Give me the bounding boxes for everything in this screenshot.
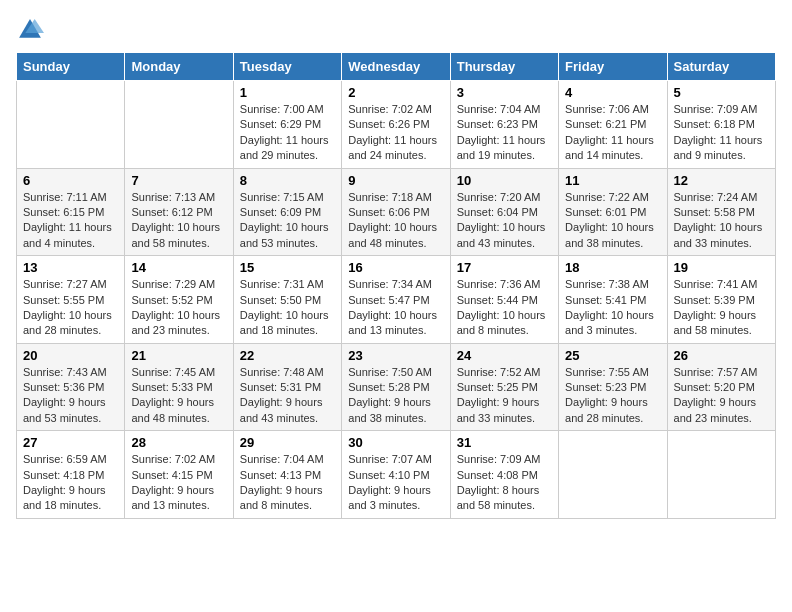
day-info: Sunrise: 7:24 AMSunset: 5:58 PMDaylight:… xyxy=(674,190,769,252)
day-number: 23 xyxy=(348,348,443,363)
day-info: Sunrise: 7:22 AMSunset: 6:01 PMDaylight:… xyxy=(565,190,660,252)
col-header-monday: Monday xyxy=(125,53,233,81)
day-number: 18 xyxy=(565,260,660,275)
day-info: Sunrise: 7:04 AMSunset: 4:13 PMDaylight:… xyxy=(240,452,335,514)
day-number: 1 xyxy=(240,85,335,100)
week-row-5: 27Sunrise: 6:59 AMSunset: 4:18 PMDayligh… xyxy=(17,431,776,519)
day-number: 22 xyxy=(240,348,335,363)
day-info: Sunrise: 7:36 AMSunset: 5:44 PMDaylight:… xyxy=(457,277,552,339)
day-cell: 1Sunrise: 7:00 AMSunset: 6:29 PMDaylight… xyxy=(233,81,341,169)
page-header xyxy=(16,16,776,44)
day-cell: 13Sunrise: 7:27 AMSunset: 5:55 PMDayligh… xyxy=(17,256,125,344)
day-info: Sunrise: 7:48 AMSunset: 5:31 PMDaylight:… xyxy=(240,365,335,427)
day-info: Sunrise: 7:18 AMSunset: 6:06 PMDaylight:… xyxy=(348,190,443,252)
col-header-saturday: Saturday xyxy=(667,53,775,81)
day-cell: 30Sunrise: 7:07 AMSunset: 4:10 PMDayligh… xyxy=(342,431,450,519)
day-cell xyxy=(559,431,667,519)
day-cell: 14Sunrise: 7:29 AMSunset: 5:52 PMDayligh… xyxy=(125,256,233,344)
day-info: Sunrise: 7:43 AMSunset: 5:36 PMDaylight:… xyxy=(23,365,118,427)
day-number: 16 xyxy=(348,260,443,275)
day-number: 30 xyxy=(348,435,443,450)
day-info: Sunrise: 7:00 AMSunset: 6:29 PMDaylight:… xyxy=(240,102,335,164)
day-cell: 21Sunrise: 7:45 AMSunset: 5:33 PMDayligh… xyxy=(125,343,233,431)
day-info: Sunrise: 7:04 AMSunset: 6:23 PMDaylight:… xyxy=(457,102,552,164)
day-cell: 25Sunrise: 7:55 AMSunset: 5:23 PMDayligh… xyxy=(559,343,667,431)
day-info: Sunrise: 6:59 AMSunset: 4:18 PMDaylight:… xyxy=(23,452,118,514)
day-cell: 15Sunrise: 7:31 AMSunset: 5:50 PMDayligh… xyxy=(233,256,341,344)
day-cell: 7Sunrise: 7:13 AMSunset: 6:12 PMDaylight… xyxy=(125,168,233,256)
day-cell: 9Sunrise: 7:18 AMSunset: 6:06 PMDaylight… xyxy=(342,168,450,256)
day-cell: 4Sunrise: 7:06 AMSunset: 6:21 PMDaylight… xyxy=(559,81,667,169)
calendar-table: SundayMondayTuesdayWednesdayThursdayFrid… xyxy=(16,52,776,519)
day-cell: 19Sunrise: 7:41 AMSunset: 5:39 PMDayligh… xyxy=(667,256,775,344)
day-number: 14 xyxy=(131,260,226,275)
day-info: Sunrise: 7:52 AMSunset: 5:25 PMDaylight:… xyxy=(457,365,552,427)
day-number: 4 xyxy=(565,85,660,100)
day-number: 26 xyxy=(674,348,769,363)
day-number: 20 xyxy=(23,348,118,363)
week-row-1: 1Sunrise: 7:00 AMSunset: 6:29 PMDaylight… xyxy=(17,81,776,169)
day-info: Sunrise: 7:11 AMSunset: 6:15 PMDaylight:… xyxy=(23,190,118,252)
day-number: 17 xyxy=(457,260,552,275)
day-number: 12 xyxy=(674,173,769,188)
day-cell: 24Sunrise: 7:52 AMSunset: 5:25 PMDayligh… xyxy=(450,343,558,431)
day-info: Sunrise: 7:20 AMSunset: 6:04 PMDaylight:… xyxy=(457,190,552,252)
day-cell: 2Sunrise: 7:02 AMSunset: 6:26 PMDaylight… xyxy=(342,81,450,169)
week-row-3: 13Sunrise: 7:27 AMSunset: 5:55 PMDayligh… xyxy=(17,256,776,344)
day-number: 11 xyxy=(565,173,660,188)
week-row-4: 20Sunrise: 7:43 AMSunset: 5:36 PMDayligh… xyxy=(17,343,776,431)
day-number: 13 xyxy=(23,260,118,275)
day-cell: 26Sunrise: 7:57 AMSunset: 5:20 PMDayligh… xyxy=(667,343,775,431)
day-info: Sunrise: 7:45 AMSunset: 5:33 PMDaylight:… xyxy=(131,365,226,427)
day-number: 31 xyxy=(457,435,552,450)
logo xyxy=(16,16,48,44)
day-info: Sunrise: 7:09 AMSunset: 6:18 PMDaylight:… xyxy=(674,102,769,164)
day-number: 3 xyxy=(457,85,552,100)
day-cell: 8Sunrise: 7:15 AMSunset: 6:09 PMDaylight… xyxy=(233,168,341,256)
day-info: Sunrise: 7:02 AMSunset: 6:26 PMDaylight:… xyxy=(348,102,443,164)
col-header-wednesday: Wednesday xyxy=(342,53,450,81)
day-number: 2 xyxy=(348,85,443,100)
day-cell: 3Sunrise: 7:04 AMSunset: 6:23 PMDaylight… xyxy=(450,81,558,169)
col-header-friday: Friday xyxy=(559,53,667,81)
day-cell: 18Sunrise: 7:38 AMSunset: 5:41 PMDayligh… xyxy=(559,256,667,344)
day-cell: 23Sunrise: 7:50 AMSunset: 5:28 PMDayligh… xyxy=(342,343,450,431)
day-cell xyxy=(17,81,125,169)
day-info: Sunrise: 7:06 AMSunset: 6:21 PMDaylight:… xyxy=(565,102,660,164)
day-cell: 22Sunrise: 7:48 AMSunset: 5:31 PMDayligh… xyxy=(233,343,341,431)
day-number: 7 xyxy=(131,173,226,188)
day-cell: 10Sunrise: 7:20 AMSunset: 6:04 PMDayligh… xyxy=(450,168,558,256)
day-number: 19 xyxy=(674,260,769,275)
day-cell xyxy=(667,431,775,519)
day-cell: 20Sunrise: 7:43 AMSunset: 5:36 PMDayligh… xyxy=(17,343,125,431)
day-info: Sunrise: 7:34 AMSunset: 5:47 PMDaylight:… xyxy=(348,277,443,339)
day-cell: 16Sunrise: 7:34 AMSunset: 5:47 PMDayligh… xyxy=(342,256,450,344)
logo-icon xyxy=(16,16,44,44)
day-number: 21 xyxy=(131,348,226,363)
day-cell: 17Sunrise: 7:36 AMSunset: 5:44 PMDayligh… xyxy=(450,256,558,344)
day-cell: 31Sunrise: 7:09 AMSunset: 4:08 PMDayligh… xyxy=(450,431,558,519)
day-number: 24 xyxy=(457,348,552,363)
day-info: Sunrise: 7:50 AMSunset: 5:28 PMDaylight:… xyxy=(348,365,443,427)
day-cell xyxy=(125,81,233,169)
day-cell: 29Sunrise: 7:04 AMSunset: 4:13 PMDayligh… xyxy=(233,431,341,519)
day-info: Sunrise: 7:29 AMSunset: 5:52 PMDaylight:… xyxy=(131,277,226,339)
day-cell: 5Sunrise: 7:09 AMSunset: 6:18 PMDaylight… xyxy=(667,81,775,169)
day-number: 28 xyxy=(131,435,226,450)
day-number: 6 xyxy=(23,173,118,188)
day-info: Sunrise: 7:15 AMSunset: 6:09 PMDaylight:… xyxy=(240,190,335,252)
day-info: Sunrise: 7:41 AMSunset: 5:39 PMDaylight:… xyxy=(674,277,769,339)
day-info: Sunrise: 7:31 AMSunset: 5:50 PMDaylight:… xyxy=(240,277,335,339)
day-number: 27 xyxy=(23,435,118,450)
col-header-sunday: Sunday xyxy=(17,53,125,81)
day-cell: 6Sunrise: 7:11 AMSunset: 6:15 PMDaylight… xyxy=(17,168,125,256)
day-cell: 28Sunrise: 7:02 AMSunset: 4:15 PMDayligh… xyxy=(125,431,233,519)
day-info: Sunrise: 7:38 AMSunset: 5:41 PMDaylight:… xyxy=(565,277,660,339)
day-number: 8 xyxy=(240,173,335,188)
day-info: Sunrise: 7:13 AMSunset: 6:12 PMDaylight:… xyxy=(131,190,226,252)
day-info: Sunrise: 7:55 AMSunset: 5:23 PMDaylight:… xyxy=(565,365,660,427)
day-info: Sunrise: 7:09 AMSunset: 4:08 PMDaylight:… xyxy=(457,452,552,514)
day-number: 29 xyxy=(240,435,335,450)
day-info: Sunrise: 7:27 AMSunset: 5:55 PMDaylight:… xyxy=(23,277,118,339)
day-info: Sunrise: 7:57 AMSunset: 5:20 PMDaylight:… xyxy=(674,365,769,427)
